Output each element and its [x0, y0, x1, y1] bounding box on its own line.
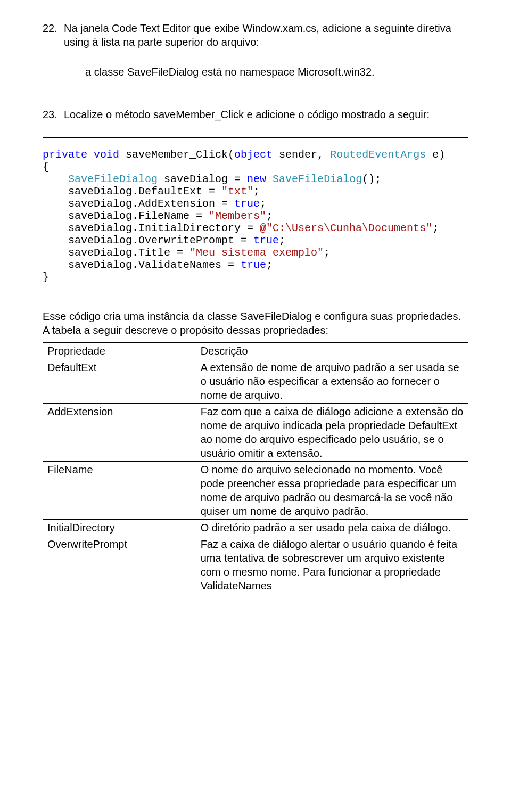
code-type: RoutedEventArgs	[330, 149, 426, 161]
code-keyword: true	[241, 259, 266, 271]
list-body: Localize o método saveMember_Click e adi…	[64, 108, 468, 121]
table-cell: O diretório padrão a ser usado pela caix…	[196, 520, 468, 536]
code-text: {	[43, 161, 49, 173]
code-text: saveDialog.Title =	[43, 247, 189, 259]
list-body: Na janela Code Text Editor que exibe Win…	[64, 21, 468, 95]
table-cell: A extensão de nome de arquivo padrão a s…	[196, 359, 468, 404]
code-type: SaveFileDialog	[273, 173, 362, 185]
code-text: ();	[362, 173, 381, 185]
code-string: "txt"	[221, 185, 253, 198]
code-text: saveDialog.DefaultExt =	[43, 185, 221, 198]
code-keyword: true	[234, 198, 260, 210]
table-header-cell: Propriedade	[43, 343, 196, 359]
table-row: InitialDirectory O diretório padrão a se…	[43, 520, 468, 536]
code-keyword: object	[234, 149, 273, 161]
code-text: e)	[426, 149, 445, 161]
table-cell: Faz a caixa de diálogo alertar o usuário…	[196, 536, 468, 594]
list-number: 22.	[43, 21, 64, 95]
code-keyword: new	[247, 173, 266, 185]
table-row: OverwritePrompt Faz a caixa de diálogo a…	[43, 536, 468, 594]
table-row: AddExtension Faz com que a caixa de diál…	[43, 404, 468, 462]
list-text: Localize o método saveMember_Click e adi…	[64, 109, 430, 120]
code-string: @"C:\Users\Cunha\Documents"	[260, 222, 432, 234]
table-cell: AddExtension	[43, 404, 196, 462]
code-keyword: void	[94, 149, 119, 161]
code-text: saveDialog.InitialDirectory =	[43, 222, 260, 234]
code-text: saveMember_Click(	[119, 149, 234, 161]
code-text: saveDialog.OverwritePrompt =	[43, 234, 253, 247]
table-cell: InitialDirectory	[43, 520, 196, 536]
table-cell: DefaultExt	[43, 359, 196, 404]
code-text	[43, 173, 68, 185]
code-block: private void saveMember_Click(object sen…	[43, 137, 468, 288]
table-header-cell: Descrição	[196, 343, 468, 359]
code-text: saveDialog =	[158, 173, 247, 185]
sub-paragraph: a classe SaveFileDialog está no namespac…	[85, 65, 468, 79]
paragraph: Esse código cria uma instância da classe…	[43, 309, 468, 337]
table-row: DefaultExt A extensão de nome de arquivo…	[43, 359, 468, 404]
code-string: "Meu sistema exemplo"	[189, 247, 324, 259]
code-text	[266, 173, 273, 185]
code-text: sender,	[273, 149, 330, 161]
code-text	[87, 149, 94, 161]
table-cell: O nome do arquivo selecionado no momento…	[196, 462, 468, 520]
code-string: "Members"	[209, 210, 266, 222]
list-text: Na janela Code Text Editor que exibe Win…	[64, 22, 451, 48]
document-page: 22. Na janela Code Text Editor que exibe…	[0, 0, 511, 616]
list-number: 23.	[43, 108, 64, 121]
code-text: ;	[324, 247, 330, 259]
properties-table: Propriedade Descrição DefaultExt A exten…	[43, 342, 468, 594]
table-row: FileName O nome do arquivo selecionado n…	[43, 462, 468, 520]
code-type: SaveFileDialog	[68, 173, 158, 185]
code-text: ;	[266, 210, 273, 222]
code-text: ;	[253, 185, 260, 198]
code-text: saveDialog.FileName =	[43, 210, 209, 222]
code-text: ;	[260, 198, 266, 210]
code-text: ;	[432, 222, 439, 234]
table-header-row: Propriedade Descrição	[43, 343, 468, 359]
list-item-23: 23. Localize o método saveMember_Click e…	[43, 108, 468, 121]
code-text: ;	[279, 234, 285, 247]
table-cell: FileName	[43, 462, 196, 520]
code-text: ;	[266, 259, 273, 271]
code-keyword: private	[43, 149, 87, 161]
code-keyword: true	[253, 234, 279, 247]
code-text: saveDialog.AddExtension =	[43, 198, 234, 210]
code-text: }	[43, 271, 49, 283]
table-cell: OverwritePrompt	[43, 536, 196, 594]
list-item-22: 22. Na janela Code Text Editor que exibe…	[43, 21, 468, 95]
code-text: saveDialog.ValidateNames =	[43, 259, 241, 271]
table-cell: Faz com que a caixa de diálogo adicione …	[196, 404, 468, 462]
